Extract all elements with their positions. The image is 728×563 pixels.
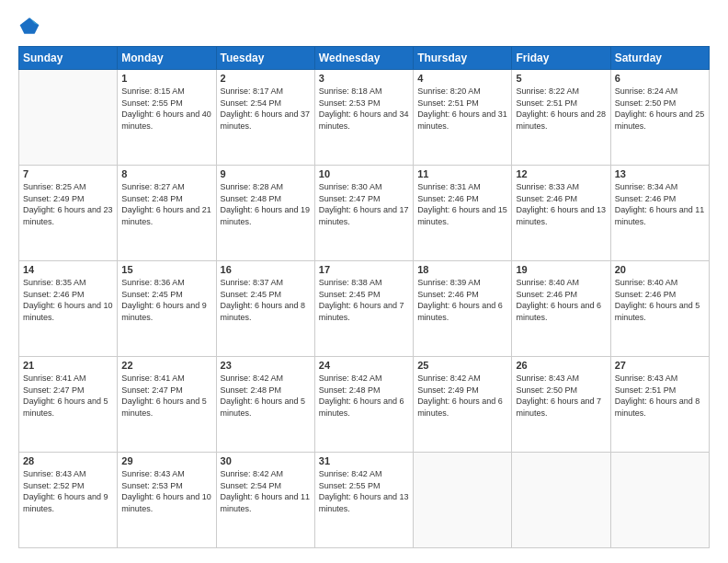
day-info: Sunrise: 8:22 AMSunset: 2:51 PMDaylight:… bbox=[516, 86, 606, 132]
day-number: 29 bbox=[121, 455, 211, 466]
day-info: Sunrise: 8:25 AMSunset: 2:49 PMDaylight:… bbox=[23, 181, 113, 227]
day-number: 11 bbox=[417, 168, 507, 179]
day-info: Sunrise: 8:42 AMSunset: 2:54 PMDaylight:… bbox=[221, 468, 311, 514]
day-cell: 17Sunrise: 8:38 AMSunset: 2:45 PMDayligh… bbox=[314, 261, 413, 357]
weekday-header-monday: Monday bbox=[118, 47, 216, 70]
day-number: 31 bbox=[319, 455, 409, 466]
day-cell: 18Sunrise: 8:39 AMSunset: 2:46 PMDayligh… bbox=[414, 261, 512, 357]
day-number: 4 bbox=[417, 73, 507, 84]
day-info: Sunrise: 8:43 AMSunset: 2:51 PMDaylight:… bbox=[615, 373, 705, 419]
day-info: Sunrise: 8:42 AMSunset: 2:48 PMDaylight:… bbox=[319, 373, 409, 419]
day-info: Sunrise: 8:42 AMSunset: 2:55 PMDaylight:… bbox=[319, 468, 409, 514]
day-cell: 21Sunrise: 8:41 AMSunset: 2:47 PMDayligh… bbox=[19, 357, 118, 453]
day-number: 2 bbox=[221, 73, 311, 84]
day-number: 30 bbox=[221, 455, 311, 466]
day-cell: 10Sunrise: 8:30 AMSunset: 2:47 PMDayligh… bbox=[314, 166, 413, 261]
day-info: Sunrise: 8:28 AMSunset: 2:48 PMDaylight:… bbox=[221, 181, 311, 227]
day-info: Sunrise: 8:41 AMSunset: 2:47 PMDaylight:… bbox=[121, 373, 211, 419]
day-cell: 26Sunrise: 8:43 AMSunset: 2:50 PMDayligh… bbox=[512, 357, 610, 453]
day-info: Sunrise: 8:37 AMSunset: 2:45 PMDaylight:… bbox=[221, 277, 311, 323]
day-info: Sunrise: 8:17 AMSunset: 2:54 PMDaylight:… bbox=[221, 86, 311, 132]
day-number: 12 bbox=[516, 168, 606, 179]
day-cell: 25Sunrise: 8:42 AMSunset: 2:49 PMDayligh… bbox=[414, 357, 512, 453]
weekday-header-friday: Friday bbox=[512, 47, 610, 70]
weekday-header-saturday: Saturday bbox=[610, 47, 709, 70]
week-row-3: 14Sunrise: 8:35 AMSunset: 2:46 PMDayligh… bbox=[19, 261, 710, 357]
day-cell bbox=[19, 70, 118, 166]
day-number: 22 bbox=[121, 360, 211, 371]
day-cell: 22Sunrise: 8:41 AMSunset: 2:47 PMDayligh… bbox=[118, 357, 216, 453]
day-number: 5 bbox=[516, 73, 606, 84]
day-number: 21 bbox=[23, 360, 113, 371]
day-cell bbox=[414, 453, 512, 548]
day-cell: 4Sunrise: 8:20 AMSunset: 2:51 PMDaylight… bbox=[414, 70, 512, 166]
weekday-header-wednesday: Wednesday bbox=[314, 47, 413, 70]
day-cell: 23Sunrise: 8:42 AMSunset: 2:48 PMDayligh… bbox=[216, 357, 314, 453]
day-cell: 30Sunrise: 8:42 AMSunset: 2:54 PMDayligh… bbox=[216, 453, 314, 548]
day-info: Sunrise: 8:38 AMSunset: 2:45 PMDaylight:… bbox=[319, 277, 409, 323]
day-number: 18 bbox=[417, 264, 507, 275]
day-cell: 19Sunrise: 8:40 AMSunset: 2:46 PMDayligh… bbox=[512, 261, 610, 357]
logo-icon bbox=[18, 15, 40, 37]
week-row-5: 28Sunrise: 8:43 AMSunset: 2:52 PMDayligh… bbox=[19, 453, 710, 548]
day-number: 6 bbox=[615, 73, 705, 84]
day-info: Sunrise: 8:43 AMSunset: 2:50 PMDaylight:… bbox=[516, 373, 606, 419]
day-info: Sunrise: 8:43 AMSunset: 2:53 PMDaylight:… bbox=[121, 468, 211, 514]
day-info: Sunrise: 8:41 AMSunset: 2:47 PMDaylight:… bbox=[23, 373, 113, 419]
day-info: Sunrise: 8:27 AMSunset: 2:48 PMDaylight:… bbox=[121, 181, 211, 227]
day-number: 7 bbox=[23, 168, 113, 179]
day-cell: 28Sunrise: 8:43 AMSunset: 2:52 PMDayligh… bbox=[19, 453, 118, 548]
day-cell: 29Sunrise: 8:43 AMSunset: 2:53 PMDayligh… bbox=[118, 453, 216, 548]
day-cell: 14Sunrise: 8:35 AMSunset: 2:46 PMDayligh… bbox=[19, 261, 118, 357]
day-number: 13 bbox=[615, 168, 705, 179]
day-number: 17 bbox=[319, 264, 409, 275]
day-cell: 20Sunrise: 8:40 AMSunset: 2:46 PMDayligh… bbox=[610, 261, 709, 357]
day-info: Sunrise: 8:40 AMSunset: 2:46 PMDaylight:… bbox=[516, 277, 606, 323]
day-cell: 6Sunrise: 8:24 AMSunset: 2:50 PMDaylight… bbox=[610, 70, 709, 166]
week-row-4: 21Sunrise: 8:41 AMSunset: 2:47 PMDayligh… bbox=[19, 357, 710, 453]
day-info: Sunrise: 8:40 AMSunset: 2:46 PMDaylight:… bbox=[615, 277, 705, 323]
day-number: 19 bbox=[516, 264, 606, 275]
day-cell: 1Sunrise: 8:15 AMSunset: 2:55 PMDaylight… bbox=[118, 70, 216, 166]
day-cell: 12Sunrise: 8:33 AMSunset: 2:46 PMDayligh… bbox=[512, 166, 610, 261]
week-row-2: 7Sunrise: 8:25 AMSunset: 2:49 PMDaylight… bbox=[19, 166, 710, 261]
day-number: 20 bbox=[615, 264, 705, 275]
day-cell: 2Sunrise: 8:17 AMSunset: 2:54 PMDaylight… bbox=[216, 70, 314, 166]
day-cell: 15Sunrise: 8:36 AMSunset: 2:45 PMDayligh… bbox=[118, 261, 216, 357]
week-row-1: 1Sunrise: 8:15 AMSunset: 2:55 PMDaylight… bbox=[19, 70, 710, 166]
day-cell: 11Sunrise: 8:31 AMSunset: 2:46 PMDayligh… bbox=[414, 166, 512, 261]
day-cell: 5Sunrise: 8:22 AMSunset: 2:51 PMDaylight… bbox=[512, 70, 610, 166]
day-info: Sunrise: 8:20 AMSunset: 2:51 PMDaylight:… bbox=[417, 86, 507, 132]
calendar-table: SundayMondayTuesdayWednesdayThursdayFrid… bbox=[18, 46, 710, 548]
day-info: Sunrise: 8:43 AMSunset: 2:52 PMDaylight:… bbox=[23, 468, 113, 514]
header bbox=[18, 15, 710, 37]
day-cell: 9Sunrise: 8:28 AMSunset: 2:48 PMDaylight… bbox=[216, 166, 314, 261]
day-cell bbox=[512, 453, 610, 548]
day-number: 28 bbox=[23, 455, 113, 466]
day-info: Sunrise: 8:42 AMSunset: 2:48 PMDaylight:… bbox=[221, 373, 311, 419]
day-info: Sunrise: 8:33 AMSunset: 2:46 PMDaylight:… bbox=[516, 181, 606, 227]
day-number: 8 bbox=[121, 168, 211, 179]
day-cell: 8Sunrise: 8:27 AMSunset: 2:48 PMDaylight… bbox=[118, 166, 216, 261]
weekday-header-sunday: Sunday bbox=[19, 47, 118, 70]
day-cell: 31Sunrise: 8:42 AMSunset: 2:55 PMDayligh… bbox=[314, 453, 413, 548]
day-number: 14 bbox=[23, 264, 113, 275]
day-number: 1 bbox=[121, 73, 211, 84]
day-number: 3 bbox=[319, 73, 409, 84]
day-info: Sunrise: 8:30 AMSunset: 2:47 PMDaylight:… bbox=[319, 181, 409, 227]
weekday-header-tuesday: Tuesday bbox=[216, 47, 314, 70]
day-cell: 13Sunrise: 8:34 AMSunset: 2:46 PMDayligh… bbox=[610, 166, 709, 261]
day-info: Sunrise: 8:31 AMSunset: 2:46 PMDaylight:… bbox=[417, 181, 507, 227]
logo bbox=[18, 15, 44, 37]
day-number: 16 bbox=[221, 264, 311, 275]
day-number: 9 bbox=[221, 168, 311, 179]
day-cell: 3Sunrise: 8:18 AMSunset: 2:53 PMDaylight… bbox=[314, 70, 413, 166]
day-info: Sunrise: 8:18 AMSunset: 2:53 PMDaylight:… bbox=[319, 86, 409, 132]
day-number: 26 bbox=[516, 360, 606, 371]
day-number: 25 bbox=[417, 360, 507, 371]
day-cell: 16Sunrise: 8:37 AMSunset: 2:45 PMDayligh… bbox=[216, 261, 314, 357]
day-number: 24 bbox=[319, 360, 409, 371]
svg-marker-0 bbox=[20, 17, 40, 34]
day-cell bbox=[610, 453, 709, 548]
day-info: Sunrise: 8:15 AMSunset: 2:55 PMDaylight:… bbox=[121, 86, 211, 132]
